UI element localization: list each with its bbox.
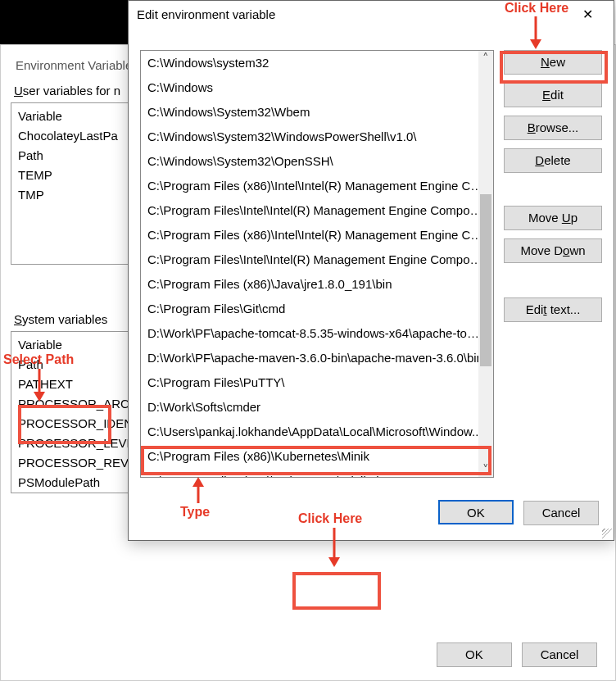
- move-up-button[interactable]: Move Up: [504, 206, 602, 230]
- list-item[interactable]: D:\Work\Softs\cmder: [141, 395, 493, 420]
- scroll-thumb[interactable]: [480, 194, 491, 366]
- list-item[interactable]: C:\Program Files (x86)\Kubernetes\Miniku…: [141, 469, 493, 478]
- close-icon[interactable]: ✕: [569, 1, 605, 29]
- list-item[interactable]: C:\Program Files\Intel\Intel(R) Manageme…: [141, 198, 493, 223]
- list-item[interactable]: C:\Program Files\Git\cmd: [141, 297, 493, 321]
- list-item[interactable]: C:\Windows\System32\OpenSSH\: [141, 149, 493, 174]
- list-item[interactable]: C:\Program Files\Intel\Intel(R) Manageme…: [141, 247, 493, 272]
- list-item[interactable]: C:\Windows: [141, 75, 493, 100]
- list-item[interactable]: C:\Program Files\PuTTY\: [141, 370, 493, 395]
- annotation-select-path: Select Path: [3, 352, 74, 367]
- ok-button[interactable]: OK: [438, 500, 514, 524]
- list-item[interactable]: C:\Users\pankaj.lokhande\AppData\Local\M…: [141, 420, 493, 444]
- list-item[interactable]: C:\Program Files (x86)\Kubernetes\Minik: [141, 444, 493, 469]
- list-item[interactable]: D:\Work\PF\apache-maven-3.6.0-bin\apache…: [141, 346, 493, 370]
- dialog-title: Edit environment variable: [137, 1, 275, 29]
- new-button[interactable]: New: [504, 50, 602, 75]
- scrollbar[interactable]: ˄ ˅: [478, 51, 493, 477]
- delete-button[interactable]: Delete: [504, 148, 602, 173]
- list-item[interactable]: C:\Program Files (x86)\Java\jre1.8.0_191…: [141, 272, 493, 297]
- list-item[interactable]: C:\Windows\System32\WindowsPowerShell\v1…: [141, 125, 493, 149]
- browse-button[interactable]: Browse...: [504, 116, 602, 140]
- annotation-click-here-bottom: Click Here: [298, 511, 362, 526]
- ok-button[interactable]: OK: [437, 642, 512, 667]
- list-item[interactable]: C:\Program Files (x86)\Intel\Intel(R) Ma…: [141, 174, 493, 198]
- resize-grip-icon[interactable]: [602, 529, 612, 538]
- list-item[interactable]: C:\Windows\system32: [141, 51, 493, 75]
- edit-button[interactable]: Edit: [504, 83, 602, 107]
- cancel-button[interactable]: Cancel: [522, 642, 597, 667]
- list-item[interactable]: C:\Program Files (x86)\Intel\Intel(R) Ma…: [141, 223, 493, 247]
- scroll-up-icon[interactable]: ˄: [478, 51, 493, 66]
- list-item[interactable]: C:\Windows\System32\Wbem: [141, 100, 493, 125]
- edit-env-var-dialog: Edit environment variable ✕ C:\Windows\s…: [128, 0, 614, 541]
- annotation-click-here-top: Click Here: [505, 1, 568, 16]
- scroll-down-icon[interactable]: ˅: [478, 462, 493, 477]
- path-values-list[interactable]: C:\Windows\system32 C:\Windows C:\Window…: [140, 50, 494, 478]
- list-item[interactable]: D:\Work\PF\apache-tomcat-8.5.35-windows-…: [141, 321, 493, 346]
- annotation-type: Type: [180, 505, 210, 520]
- move-down-button[interactable]: Move Down: [504, 238, 602, 263]
- edit-text-button[interactable]: Edit text...: [504, 297, 602, 322]
- cancel-button[interactable]: Cancel: [523, 501, 599, 525]
